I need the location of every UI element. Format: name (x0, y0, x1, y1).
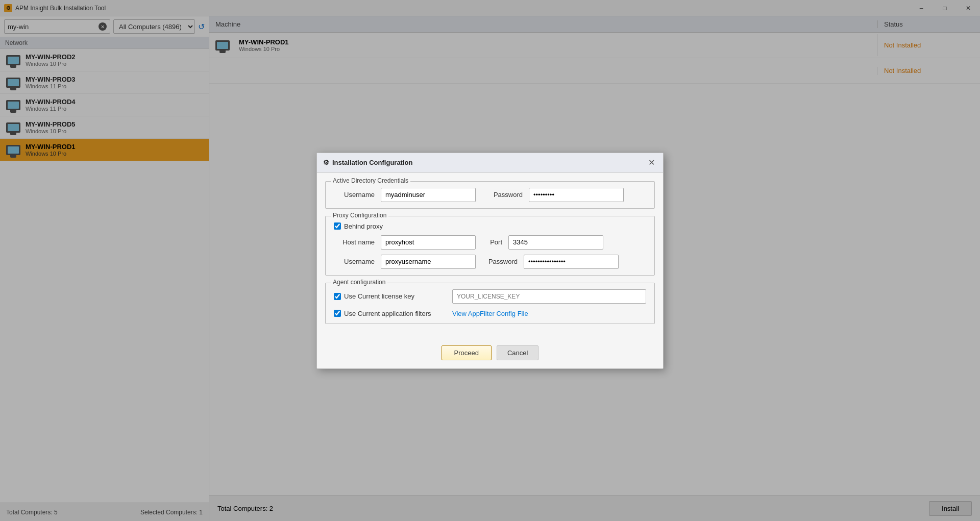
modal-overlay: ⚙ Installation Configuration ✕ Active Di… (0, 0, 980, 521)
ad-username-label: Username (334, 191, 375, 199)
proxy-legend: Proxy Configuration (331, 212, 388, 219)
behind-proxy-checkbox[interactable] (334, 222, 341, 230)
dialog-footer: Proceed Cancel (317, 339, 663, 368)
agent-config-legend: Agent configuration (331, 279, 387, 286)
ad-username-row: Username Password (334, 188, 646, 202)
active-directory-legend: Active Directory Credentials (331, 177, 410, 184)
license-key-checkbox[interactable] (334, 293, 341, 300)
cancel-button[interactable]: Cancel (497, 345, 538, 360)
ad-password-label: Password (482, 191, 523, 199)
dialog-title-bar: ⚙ Installation Configuration ✕ (317, 153, 663, 173)
view-appfilter-link[interactable]: View AppFilter Config File (452, 310, 528, 317)
proxy-user-row: Username Password (334, 255, 646, 269)
proxy-host-row: Host name Port (334, 235, 646, 250)
behind-proxy-row: Behind proxy (334, 222, 646, 230)
license-key-input[interactable] (452, 289, 646, 304)
behind-proxy-label[interactable]: Behind proxy (334, 222, 383, 230)
proxy-hostname-label: Host name (334, 238, 375, 246)
proxy-hostname-input[interactable] (381, 235, 476, 250)
app-filters-checkbox[interactable] (334, 310, 341, 317)
app-filters-row: Use Current application filters View App… (334, 310, 646, 317)
proceed-button[interactable]: Proceed (442, 345, 492, 360)
license-key-label[interactable]: Use Current license key (334, 292, 446, 300)
agent-config-section: Agent configuration Use Current license … (325, 283, 655, 324)
dialog-close-button[interactable]: ✕ (646, 157, 657, 168)
proxy-section: Proxy Configuration Behind proxy Host na… (325, 216, 655, 276)
proxy-username-input[interactable] (381, 255, 476, 269)
proxy-password-input[interactable] (524, 255, 619, 269)
proxy-port-label: Port (482, 238, 502, 246)
dialog-body: Active Directory Credentials Username Pa… (317, 173, 663, 339)
proxy-username-label: Username (334, 258, 375, 265)
ad-password-input[interactable] (529, 188, 624, 202)
license-key-row: Use Current license key (334, 289, 646, 304)
active-directory-section: Active Directory Credentials Username Pa… (325, 181, 655, 209)
dialog-title: ⚙ Installation Configuration (323, 159, 412, 166)
gear-icon: ⚙ (323, 159, 329, 166)
app-filters-label[interactable]: Use Current application filters (334, 310, 446, 317)
proxy-port-input[interactable] (508, 235, 603, 250)
installation-dialog: ⚙ Installation Configuration ✕ Active Di… (316, 153, 664, 369)
proxy-password-label: Password (482, 258, 518, 265)
ad-username-input[interactable] (381, 188, 476, 202)
